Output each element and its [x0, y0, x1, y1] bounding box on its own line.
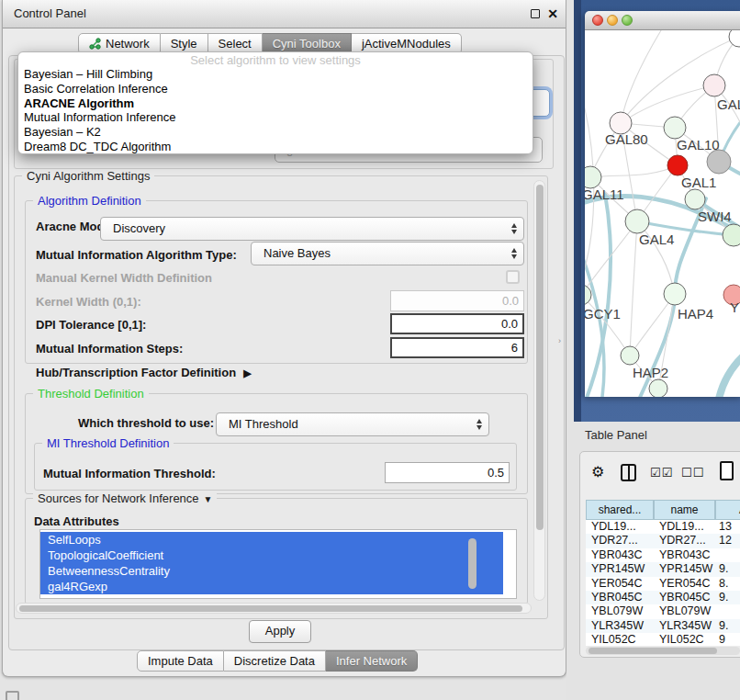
which-threshold-combobox[interactable]: MI Threshold — [216, 412, 489, 436]
table-row[interactable]: YPR145WYPR145W9. — [586, 562, 740, 576]
cell[interactable]: YBR043C — [654, 548, 715, 562]
gear-icon[interactable]: ⚙ — [591, 463, 604, 480]
list-scrollbar-thumb[interactable] — [468, 538, 477, 589]
table-horizontal-scrollbar-thumb[interactable] — [589, 648, 717, 654]
network-node-GAL[interactable] — [703, 74, 725, 96]
network-node-unlabeled[interactable] — [707, 150, 731, 174]
tab-discretize-data[interactable]: Discretize Data — [224, 650, 326, 672]
cell[interactable]: YIL052C — [654, 633, 715, 646]
network-edge[interactable] — [621, 30, 661, 123]
sources-title[interactable]: Sources for Network Inference▼ — [33, 491, 217, 505]
close-window-icon[interactable]: ✕ — [547, 5, 558, 23]
table-row[interactable]: YBL079WYBL079W — [586, 604, 740, 618]
network-node-HAP4[interactable] — [664, 283, 686, 305]
list-item-betweennesscentrality[interactable]: BetweennessCentrality — [40, 563, 503, 579]
zoom-traffic-light[interactable] — [622, 15, 633, 26]
column-header-shared-name[interactable]: shared... — [586, 500, 654, 520]
cell[interactable]: 9. — [715, 591, 740, 604]
table-horizontal-scrollbar[interactable] — [586, 647, 740, 655]
table-row[interactable]: YER054CYER054C8. — [586, 577, 740, 591]
network-edge[interactable] — [630, 221, 637, 356]
tab-impute-data[interactable]: Impute Data — [137, 650, 224, 672]
cell[interactable]: 13 — [715, 520, 740, 534]
cell[interactable]: YIL052C — [586, 633, 654, 646]
deselect-checkboxes-icon[interactable]: ☐☐ — [681, 466, 704, 480]
dropdown-item-bayesian-hill-climbing[interactable]: Bayesian – Hill Climbing — [18, 67, 533, 82]
cell[interactable] — [715, 604, 740, 618]
export-table-icon[interactable] — [720, 461, 734, 480]
aracne-mode-combobox[interactable]: Discovery — [100, 217, 524, 241]
cell[interactable]: YDL19... — [654, 520, 715, 534]
kernel-width-field[interactable]: 0.0 — [390, 290, 524, 311]
network-node-GAL11[interactable] — [585, 166, 601, 188]
cell[interactable]: 8. — [715, 577, 740, 591]
dropdown-item-mutual-information[interactable]: Mutual Information Inference — [18, 110, 533, 125]
column-header-name[interactable]: name — [654, 500, 715, 520]
network-node-GCY1[interactable] — [585, 285, 591, 305]
cell[interactable]: YBL079W — [654, 604, 715, 618]
cell[interactable]: 12 — [715, 534, 740, 548]
list-item-selfloops[interactable]: SelfLoops — [40, 532, 503, 548]
hub-factor-disclosure[interactable]: Hub/Transcription Factor Definition▶ — [36, 366, 252, 379]
cell[interactable]: YLR345W — [654, 619, 715, 633]
minimized-panel-icon[interactable] — [6, 691, 19, 700]
table-row[interactable]: YIL052CYIL052C9 — [586, 633, 740, 646]
network-node-HAP2[interactable] — [621, 346, 639, 365]
network-node-unlabeled[interactable] — [729, 30, 740, 47]
panel-divider-arrow[interactable]: › — [558, 336, 561, 345]
select-all-checkboxes-icon[interactable]: ☑☑ — [650, 466, 673, 480]
table-row[interactable]: YDL19...YDL19...13 — [586, 520, 740, 534]
cell[interactable]: YBR045C — [586, 591, 654, 604]
network-node-unlabeled[interactable] — [723, 224, 740, 246]
cell[interactable]: YPR145W — [586, 562, 654, 576]
cell[interactable]: YDL19... — [586, 520, 654, 534]
manual-kernel-width-checkbox[interactable] — [506, 270, 520, 284]
cell[interactable]: YDR27... — [586, 534, 654, 548]
cell[interactable]: YDR27... — [654, 534, 715, 548]
cell[interactable]: YER054C — [654, 577, 715, 591]
cell[interactable]: YBL079W — [586, 604, 654, 618]
list-item-gal4rgexp[interactable]: gal4RGexp — [40, 579, 503, 594]
network-window-titlebar[interactable] — [585, 11, 740, 30]
dpi-tolerance-field[interactable]: 0.0 — [390, 313, 524, 334]
mi-steps-field[interactable]: 6 — [390, 337, 524, 358]
network-node-GAL10[interactable] — [664, 117, 686, 139]
split-columns-icon[interactable] — [621, 464, 636, 481]
cell[interactable]: YBR043C — [586, 548, 654, 562]
network-canvas[interactable]: GALGAL80GAL10GAL1GAL11SWI4GAL4GCY1HAP4YH… — [585, 30, 740, 397]
network-node-GAL4[interactable] — [625, 209, 649, 233]
network-node-SWI4[interactable] — [685, 189, 705, 209]
network-edge[interactable] — [718, 350, 740, 397]
dropdown-item-bayesian-k2[interactable]: Bayesian – K2 — [18, 125, 533, 140]
minimize-traffic-light[interactable] — [607, 15, 618, 26]
float-window-icon[interactable] — [531, 9, 540, 18]
cell[interactable]: 9. — [715, 619, 740, 633]
mi-threshold-field[interactable]: 0.5 — [385, 462, 510, 483]
cell[interactable]: 9 — [715, 633, 740, 646]
network-node-GAL1[interactable] — [667, 155, 688, 175]
mi-algorithm-type-combobox[interactable]: Naive Bayes — [251, 242, 524, 265]
network-edge[interactable] — [621, 85, 714, 123]
settings-horizontal-scrollbar-thumb[interactable] — [19, 605, 522, 612]
cell[interactable]: YPR145W — [654, 562, 715, 576]
close-traffic-light[interactable] — [592, 15, 603, 26]
settings-vertical-scrollbar-thumb[interactable] — [536, 185, 544, 530]
control-panel-titlebar[interactable]: Control Panel ✕ — [3, 0, 566, 28]
cell[interactable]: YBR045C — [654, 591, 715, 604]
network-edge[interactable] — [590, 165, 678, 177]
cell[interactable]: YLR345W — [586, 619, 654, 633]
cell[interactable]: 9. — [715, 562, 740, 576]
cell[interactable]: YER054C — [586, 577, 654, 591]
list-item-topologicalcoefficient[interactable]: TopologicalCoefficient — [40, 548, 503, 563]
dropdown-item-basic-correlation[interactable]: Basic Correlation Inference — [18, 82, 533, 96]
table-row[interactable]: YBR045CYBR045C9. — [586, 591, 740, 604]
apply-button[interactable]: Apply — [249, 620, 311, 643]
dropdown-item-aracne[interactable]: ARACNE Algorithm — [18, 96, 533, 111]
table-row[interactable]: YLR345WYLR345W9. — [586, 619, 740, 633]
settings-vertical-scrollbar[interactable] — [533, 180, 545, 601]
column-header-cut[interactable]: A — [715, 500, 740, 520]
settings-horizontal-scrollbar[interactable] — [16, 603, 532, 614]
table-row[interactable]: YDR27...YDR27...12 — [586, 534, 740, 548]
network-node-unlabeled[interactable] — [649, 379, 667, 397]
dropdown-item-dream8[interactable]: Dream8 DC_TDC Algorithm — [18, 140, 533, 154]
